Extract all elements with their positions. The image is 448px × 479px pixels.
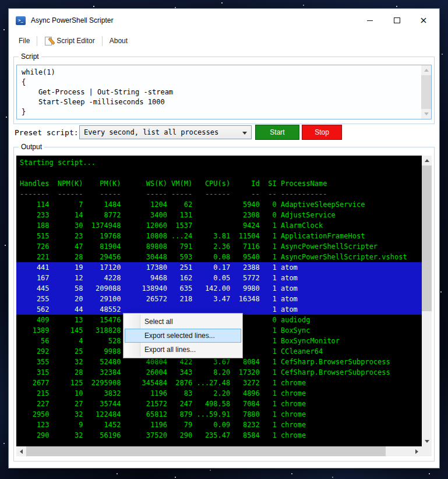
- console-line[interactable]: Handles NPM(K) PM(K) WS(K) VM(M) CPU(s) …: [16, 178, 422, 189]
- console-line-selected[interactable]: 255 20 29100 26572 218 3.47 16348 1 atom: [16, 294, 422, 304]
- code-line: while(1): [22, 68, 421, 78]
- menu-script-editor[interactable]: Script Editor: [39, 34, 100, 48]
- console-line-selected[interactable]: 441 19 17120 17380 251 0.17 2388 1 atom: [16, 262, 422, 273]
- scroll-up-arrow[interactable]: [422, 156, 432, 165]
- output-groupbox: Output Starting script...Handles NPM(K) …: [13, 147, 435, 462]
- scroll-right-arrow[interactable]: [412, 446, 422, 456]
- maximize-icon: [394, 17, 400, 23]
- chevron-down-icon: [242, 132, 247, 135]
- context-menu-item[interactable]: Select all: [125, 315, 241, 329]
- scroll-down-arrow[interactable]: [422, 436, 432, 446]
- console-line[interactable]: 221 28 29456 30448 593 0.08 9540 1 Async…: [16, 252, 422, 262]
- script-groupbox: Script while(1){ Get-Process | Out-Strin…: [13, 57, 435, 124]
- code-line: Get-Process | Out-String -stream: [22, 87, 421, 97]
- titlebar[interactable]: >_ Async PowerShell Scripter ×: [9, 9, 439, 32]
- console-line[interactable]: 227 27 35744 21572 247 498.58 7084 1 chr…: [16, 399, 422, 409]
- context-menu: Select allExport selected lines...Export…: [123, 313, 243, 358]
- script-editor-icon: [44, 37, 53, 45]
- window-title: Async PowerShell Scripter: [31, 16, 113, 24]
- console-line[interactable]: 726 47 81904 89808 791 2.36 7116 1 Async…: [16, 241, 422, 252]
- code-line: {: [22, 78, 421, 87]
- app-window: >_ Async PowerShell Scripter × File Scri…: [8, 8, 440, 469]
- maximize-button[interactable]: [383, 9, 410, 32]
- desktop-background: >_ Async PowerShell Scripter × File Scri…: [0, 0, 448, 479]
- context-menu-items: Select allExport selected lines...Export…: [125, 315, 241, 357]
- script-group-label: Script: [19, 52, 41, 61]
- menu-file[interactable]: File: [13, 34, 35, 48]
- console-line[interactable]: 215 10 3832 1196 83 2.20 4896 1 chrome: [16, 388, 422, 399]
- minimize-button[interactable]: [357, 9, 383, 32]
- console-line[interactable]: 315 28 32384 26004 343 8.20 17320 1 CefS…: [16, 367, 422, 378]
- close-button[interactable]: ×: [410, 9, 437, 32]
- output-group-label: Output: [19, 143, 44, 151]
- console-line-selected[interactable]: 167 12 4228 9468 162 0.05 5772 1 atom: [16, 273, 422, 283]
- minimize-icon: [367, 20, 373, 21]
- console-line[interactable]: 188 30 1374948 12060 1537 9424 1 AlarmCl…: [16, 220, 422, 231]
- code-line: }: [22, 107, 421, 117]
- output-console-wrap: Starting script...Handles NPM(K) PM(K) W…: [16, 156, 432, 456]
- console-line-selected[interactable]: 445 58 209088 138940 635 142.00 9980 1 a…: [16, 283, 422, 294]
- console-line[interactable]: 515 23 19768 10808 ...24 3.81 11504 1 Ap…: [16, 231, 422, 241]
- code-line: Start-Sleep -milliseconds 1000: [22, 97, 421, 107]
- console-line[interactable]: [16, 168, 422, 178]
- scroll-up-arrow[interactable]: [421, 65, 431, 75]
- console-line[interactable]: 114 7 1484 1204 62 5940 0 AdaptiveSleepS…: [16, 199, 422, 210]
- close-icon: ×: [419, 16, 427, 25]
- console-line[interactable]: ------- ------ ----- ----- ----- ------ …: [16, 189, 422, 199]
- menu-separator: [102, 36, 103, 46]
- output-horizontal-scrollbar[interactable]: [16, 446, 422, 456]
- bright-stars-decoration: [0, 0, 2, 2]
- console-line[interactable]: 123 9 1452 1196 79 0.09 8232 1 chrome: [16, 420, 422, 430]
- script-editor-scrollbar[interactable]: [421, 65, 431, 119]
- console-line[interactable]: 2950 32 122484 65812 879 ...59.91 7880 1…: [16, 409, 422, 420]
- preset-dropdown[interactable]: Every second, list all processes: [79, 125, 252, 139]
- console-line[interactable]: 290 32 56196 37520 290 235.47 8584 1 chr…: [16, 430, 422, 441]
- menu-separator: [37, 36, 37, 46]
- scroll-left-arrow[interactable]: [16, 446, 26, 456]
- menu-script-editor-label: Script Editor: [57, 37, 94, 45]
- scrollbar-thumb[interactable]: [26, 446, 386, 456]
- context-menu-item[interactable]: Export selected lines...: [125, 329, 241, 343]
- scrollbar-corner: [422, 446, 432, 456]
- output-vertical-scrollbar[interactable]: [422, 156, 432, 446]
- console-line[interactable]: 233 14 8772 3400 131 2308 0 AdjustServic…: [16, 210, 422, 220]
- script-code[interactable]: while(1){ Get-Process | Out-String -stre…: [17, 65, 421, 119]
- console-line[interactable]: Starting script...: [16, 157, 422, 168]
- menubar: File Script Editor About: [9, 32, 439, 50]
- context-menu-item[interactable]: Export all lines...: [125, 343, 241, 357]
- preset-dropdown-value: Every second, list all processes: [84, 128, 218, 136]
- console-line[interactable]: 2677 125 2295908 345484 2876 ...27.48 32…: [16, 378, 422, 388]
- script-editor[interactable]: while(1){ Get-Process | Out-String -stre…: [16, 65, 432, 119]
- scrollbar-thumb[interactable]: [422, 165, 432, 311]
- preset-label: Preset script:: [15, 128, 79, 137]
- app-icon: >_: [16, 16, 26, 25]
- scroll-down-arrow[interactable]: [421, 109, 431, 119]
- output-console[interactable]: Starting script...Handles NPM(K) PM(K) W…: [16, 156, 422, 446]
- menu-about[interactable]: About: [104, 34, 133, 48]
- window-controls: ×: [357, 9, 437, 32]
- start-button[interactable]: Start: [255, 125, 299, 140]
- stop-button[interactable]: Stop: [302, 125, 342, 140]
- scrollbar-thumb[interactable]: [421, 75, 431, 109]
